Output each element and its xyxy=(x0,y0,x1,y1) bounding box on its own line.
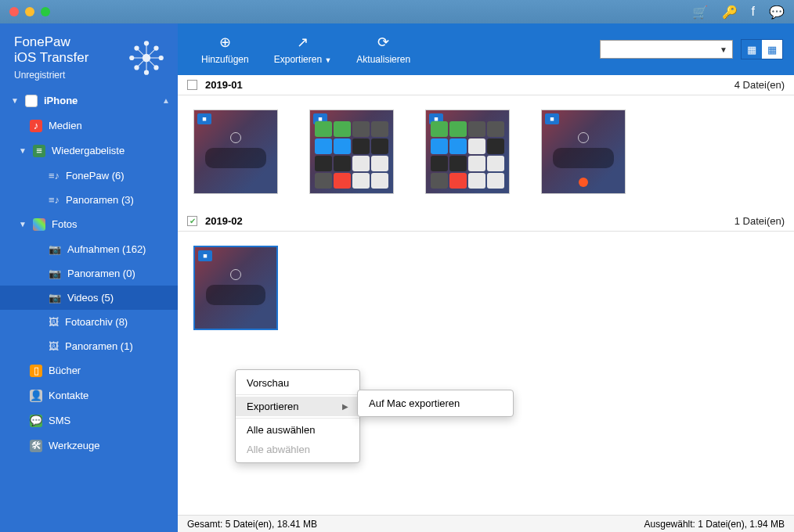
export-button[interactable]: ↗ Exportieren ▼ xyxy=(262,27,345,71)
video-thumbnail[interactable]: ■ xyxy=(541,110,626,194)
sidebar-label: Bücher xyxy=(49,365,81,376)
add-label: Hinzufügen xyxy=(201,54,249,65)
month-value: 2019-01 xyxy=(605,44,643,56)
camera-icon: 📷 xyxy=(49,268,61,279)
music-icon: ♪ xyxy=(30,120,42,132)
sidebar-item-werkzeuge[interactable]: 🛠 Werkzeuge xyxy=(0,433,178,458)
video-thumbnail[interactable]: ■ xyxy=(309,110,394,194)
video-badge-icon: ■ xyxy=(198,250,212,261)
image-icon: 🖼 xyxy=(49,316,59,328)
close-window-button[interactable] xyxy=(9,7,19,16)
group-count: 4 Datei(en) xyxy=(734,79,785,91)
context-select-all[interactable]: Alle auswählen xyxy=(236,420,359,440)
titlebar-actions: 🛒 🔑 f 💬 xyxy=(692,5,785,20)
sidebar-item-medien[interactable]: ♪ Medien xyxy=(0,113,178,138)
sidebar-label: Fotoarchiv (8) xyxy=(65,316,128,328)
context-export[interactable]: Exportieren ▶ xyxy=(236,397,359,416)
chevron-right-icon: ▶ xyxy=(342,402,348,411)
grid-view-icon: ▦ xyxy=(767,44,777,56)
facebook-icon[interactable]: f xyxy=(752,5,755,20)
context-export-mac[interactable]: Auf Mac exportieren xyxy=(358,394,513,413)
sidebar: FonePaw iOS Transfer Unregistriert ▼ iPh… xyxy=(0,23,178,532)
brand-block: FonePaw iOS Transfer Unregistriert xyxy=(0,23,178,88)
status-bar: Gesamt: 5 Datei(en), 18.41 MB Ausgewählt… xyxy=(178,515,794,532)
sidebar-item-wiedergabeliste[interactable]: ▼ ≡ Wiedergabeliste xyxy=(0,138,178,164)
sidebar-item-fotoarchiv[interactable]: 🖼 Fotoarchiv (8) xyxy=(0,310,178,334)
svg-line-16 xyxy=(146,58,156,67)
separator xyxy=(236,418,359,419)
sidebar-label: SMS xyxy=(49,415,70,426)
key-icon[interactable]: 🔑 xyxy=(722,5,738,20)
group-header-2[interactable]: ✔ 2019-02 1 Datei(en) xyxy=(178,211,794,232)
sidebar-item-panoramen-f[interactable]: 📷 Panoramen (0) xyxy=(0,261,178,286)
sidebar-label: Werkzeuge xyxy=(49,440,100,451)
group-header-1[interactable]: 2019-01 4 Datei(en) xyxy=(178,75,794,95)
brand-logo-icon xyxy=(126,38,167,81)
chevron-down-icon: ▼ xyxy=(19,146,27,155)
sidebar-item-kontakte[interactable]: 👤 Kontakte xyxy=(0,383,178,408)
add-button[interactable]: ⊕ Hinzufügen xyxy=(189,27,262,71)
tools-icon: 🛠 xyxy=(30,440,42,452)
photos-icon xyxy=(33,218,45,231)
list-icon: ≡♪ xyxy=(49,170,60,182)
thumb-row-1: ■ ■ ■ ■ xyxy=(178,95,794,211)
video-badge-icon: ■ xyxy=(545,113,559,124)
sidebar-item-panoramen-a[interactable]: 🖼 Panoramen (1) xyxy=(0,334,178,358)
camera-icon: 📷 xyxy=(49,243,61,255)
month-dropdown[interactable]: 2019-01 ▼ xyxy=(600,40,733,59)
book-icon: ▯ xyxy=(30,365,42,377)
separator xyxy=(236,394,359,395)
sidebar-item-device[interactable]: ▼ iPhone ▲ xyxy=(0,88,178,113)
view-grid-button[interactable]: ▦ xyxy=(762,40,782,59)
toolbar: ⊕ Hinzufügen ↗ Exportieren ▼ ⟳ Aktualisi… xyxy=(178,23,794,75)
svg-line-13 xyxy=(137,49,146,58)
sidebar-label: Videos (5) xyxy=(67,292,114,304)
fullscreen-window-button[interactable] xyxy=(41,7,50,16)
sidebar-label-device: iPhone xyxy=(44,95,78,106)
sidebar-item-sms[interactable]: 💬 SMS xyxy=(0,408,178,433)
chevron-down-icon: ▼ xyxy=(720,45,727,54)
context-preview[interactable]: Vorschau xyxy=(236,373,359,393)
export-icon: ↗ xyxy=(297,34,309,51)
collapse-icon[interactable]: ▲ xyxy=(162,96,170,105)
context-submenu: Auf Mac exportieren xyxy=(357,390,514,417)
image-icon: 🖼 xyxy=(49,340,59,352)
list-view-icon: ▦ xyxy=(747,44,756,56)
thumb-row-2: ■ xyxy=(178,232,794,347)
sidebar-label: Panoramen (3) xyxy=(66,194,134,206)
feedback-icon[interactable]: 💬 xyxy=(769,5,785,20)
cart-icon[interactable]: 🛒 xyxy=(692,5,708,20)
sidebar-label: Panoramen (0) xyxy=(67,268,135,279)
sidebar-item-fotos[interactable]: ▼ Fotos xyxy=(0,212,178,237)
view-toggle: ▦ ▦ xyxy=(741,39,783,59)
context-menu: Vorschau Exportieren ▶ Alle auswählen Al… xyxy=(235,369,360,463)
contact-icon: 👤 xyxy=(30,390,42,402)
group-count: 1 Datei(en) xyxy=(734,215,785,227)
group-title: 2019-02 xyxy=(205,215,243,227)
refresh-button[interactable]: ⟳ Aktualisieren xyxy=(344,27,423,71)
titlebar: 🛒 🔑 f 💬 xyxy=(0,0,794,23)
svg-line-14 xyxy=(146,49,156,58)
chevron-down-icon: ▼ xyxy=(11,96,19,105)
svg-line-15 xyxy=(137,58,146,67)
video-thumbnail[interactable]: ■ xyxy=(193,110,278,194)
refresh-label: Aktualisieren xyxy=(356,54,410,65)
view-list-button[interactable]: ▦ xyxy=(742,40,762,59)
group-checkbox[interactable] xyxy=(187,80,197,90)
sidebar-item-buecher[interactable]: ▯ Bücher xyxy=(0,358,178,383)
sidebar-label: Kontakte xyxy=(49,390,88,401)
sidebar-item-fonepaw[interactable]: ≡♪ FonePaw (6) xyxy=(0,164,178,188)
sidebar-label: Wiedergabeliste xyxy=(52,145,125,156)
chevron-down-icon: ▼ xyxy=(324,56,331,64)
group-checkbox[interactable]: ✔ xyxy=(187,216,197,226)
sidebar-item-aufnahmen[interactable]: 📷 Aufnahmen (162) xyxy=(0,237,178,261)
sidebar-item-videos[interactable]: 📷 Videos (5) xyxy=(0,286,178,310)
chevron-down-icon: ▼ xyxy=(19,220,27,228)
refresh-icon: ⟳ xyxy=(377,34,389,51)
video-thumbnail[interactable]: ■ xyxy=(193,246,278,330)
context-deselect-all: Alle abwählen xyxy=(236,440,359,459)
minimize-window-button[interactable] xyxy=(25,7,34,16)
video-thumbnail[interactable]: ■ xyxy=(425,110,510,194)
sidebar-item-panoramen-pl[interactable]: ≡♪ Panoramen (3) xyxy=(0,188,178,212)
sidebar-label: Panoramen (1) xyxy=(65,340,133,352)
